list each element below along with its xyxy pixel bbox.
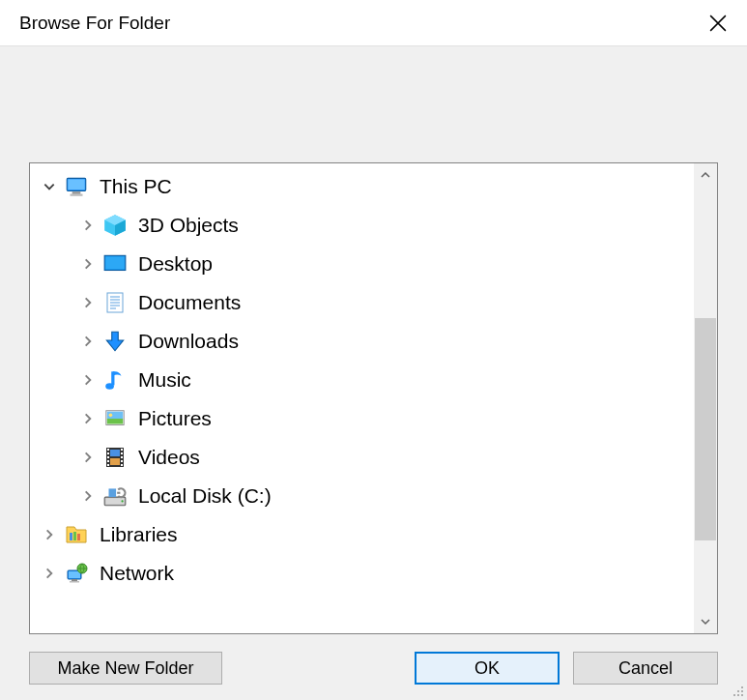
make-new-folder-button[interactable]: Make New Folder [29,652,222,685]
button-label: OK [474,658,500,679]
chevron-right-icon[interactable] [40,525,59,544]
svg-rect-24 [107,464,109,466]
this-pc-icon [63,173,90,200]
svg-point-16 [109,414,113,418]
picture-icon [101,405,129,432]
svg-rect-19 [110,458,120,465]
tree-node-network[interactable]: Network [30,554,694,593]
svg-rect-34 [117,492,120,494]
svg-rect-5 [105,256,125,269]
svg-rect-39 [69,571,80,578]
tree-node-label: This PC [100,175,172,198]
svg-rect-36 [73,532,76,540]
svg-rect-26 [121,452,123,454]
svg-point-48 [741,694,743,696]
button-label: Cancel [618,658,673,679]
network-icon [63,560,90,587]
tree-node-label: Network [100,562,174,585]
chevron-right-icon[interactable] [78,370,98,390]
tree-node-label: Local Disk (C:) [138,484,272,508]
svg-rect-29 [121,464,123,466]
svg-point-46 [733,694,735,696]
svg-point-45 [741,690,743,692]
svg-rect-40 [72,579,77,581]
button-row: Make New Folder OK Cancel [29,634,718,686]
tree-node-local-disk[interactable]: Local Disk (C:) [30,477,694,515]
folder-tree[interactable]: This PC 3D Objects [30,163,694,633]
svg-rect-35 [70,533,72,540]
tree-node-label: 3D Objects [138,214,239,237]
tree-node-label: Videos [138,446,200,469]
tree-node-label: Music [138,368,191,392]
dialog-body: This PC 3D Objects [0,46,747,700]
svg-rect-22 [107,456,109,458]
svg-rect-2 [72,191,81,193]
svg-point-47 [737,694,739,696]
close-icon [709,15,727,32]
tree-node-downloads[interactable]: Downloads [30,322,694,361]
drive-icon [101,482,129,510]
vertical-scrollbar[interactable] [694,163,717,633]
svg-rect-1 [68,179,84,190]
folder-tree-container: This PC 3D Objects [29,162,718,634]
titlebar: Browse For Folder [0,0,747,46]
chevron-right-icon[interactable] [78,293,98,312]
desktop-icon [101,250,129,277]
tree-node-label: Libraries [100,523,178,546]
chevron-right-icon[interactable] [78,409,98,428]
cube-icon [101,212,129,239]
tree-node-documents[interactable]: Documents [30,283,694,322]
music-note-icon [101,366,129,394]
svg-rect-18 [110,450,120,456]
svg-rect-15 [107,419,124,424]
svg-rect-3 [71,194,83,196]
scroll-thumb[interactable] [695,318,716,540]
chevron-right-icon[interactable] [78,332,98,351]
film-icon [101,444,129,471]
tree-node-videos[interactable]: Videos [30,438,694,477]
svg-rect-37 [77,534,80,540]
chevron-down-icon[interactable] [40,177,59,196]
tree-node-label: Pictures [138,407,212,430]
tree-node-pictures[interactable]: Pictures [30,399,694,438]
scroll-down-button[interactable] [694,610,717,633]
button-label: Make New Folder [57,658,193,679]
chevron-right-icon[interactable] [40,564,59,583]
svg-rect-23 [107,460,109,462]
chevron-right-icon[interactable] [78,254,98,274]
svg-point-44 [737,690,739,692]
svg-point-32 [122,500,124,502]
ok-button[interactable]: OK [415,652,560,685]
svg-rect-20 [107,449,109,451]
svg-point-12 [105,383,114,390]
close-button[interactable] [689,0,747,46]
tree-node-music[interactable]: Music [30,361,694,399]
svg-rect-27 [121,456,123,458]
tree-node-3d-objects[interactable]: 3D Objects [30,206,694,245]
cancel-button[interactable]: Cancel [573,652,718,685]
svg-rect-41 [70,581,79,583]
libraries-icon [63,521,90,548]
scroll-up-button[interactable] [694,163,717,187]
svg-point-43 [741,686,743,688]
chevron-right-icon[interactable] [78,486,98,506]
tree-node-libraries[interactable]: Libraries [30,515,694,554]
svg-rect-33 [109,488,117,497]
chevron-right-icon[interactable] [78,448,98,467]
chevron-right-icon[interactable] [78,216,98,235]
tree-node-label: Desktop [138,252,213,276]
dialog-title: Browse For Folder [19,13,689,34]
tree-node-desktop[interactable]: Desktop [30,245,694,283]
download-arrow-icon [101,328,129,355]
svg-rect-21 [107,452,109,454]
tree-node-label: Downloads [138,330,239,353]
browse-folder-dialog: Browse For Folder [0,0,747,700]
tree-node-this-pc[interactable]: This PC [30,167,694,206]
svg-rect-28 [121,460,123,462]
svg-rect-25 [121,449,123,451]
tree-node-label: Documents [138,291,241,314]
document-icon [101,289,129,316]
resize-grip-icon[interactable] [730,683,745,698]
